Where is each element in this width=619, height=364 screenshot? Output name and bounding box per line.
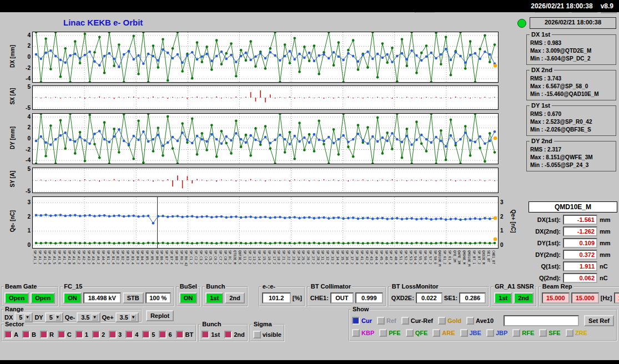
checkbox-icon	[92, 331, 100, 338]
bpm-name-label: SP_13_2	[253, 250, 256, 264]
stat-box: DX 1stRMS : 0.983Max : 3.009@QTD2E_MMin …	[526, 34, 616, 65]
busel-on-button[interactable]: ON	[179, 292, 198, 304]
bpm-name-label: SP_R0_2	[180, 250, 184, 264]
show-checkbox-kbp[interactable]: KBP	[352, 329, 374, 337]
chevron-down-icon: ▾	[55, 314, 61, 321]
sector-label: Sector	[4, 321, 25, 327]
show-checkbox-pfe[interactable]: PFE	[379, 329, 400, 337]
busel-label: BuSel	[179, 283, 198, 290]
bpm-name-label: SP_B3_4	[131, 250, 135, 264]
show-checkbox-zre[interactable]: ZRE	[566, 329, 587, 337]
bpm-name-label: SP_C5_2	[209, 250, 213, 264]
sector-checkbox-3[interactable]: 3	[109, 331, 122, 338]
beam-gate-group: Beam Gate Open Open	[1, 286, 58, 307]
range-qep-select[interactable]: 3.5▾	[115, 312, 139, 322]
sector-checkbox-bt[interactable]: BT	[176, 331, 194, 338]
sigma-label: Sigma	[253, 321, 273, 327]
bpm-name-label: SP_26_2	[306, 250, 310, 264]
show-checkbox-cur[interactable]: Cur	[352, 317, 372, 325]
show-checkbox-ref[interactable]: Ref	[377, 317, 396, 325]
app-window: 2026/02/21 18:00:38 v8.9 Linac KEKB e- O…	[0, 0, 619, 364]
q-ytick: 1	[18, 228, 31, 234]
sigma-visible-checkbox[interactable]: visible	[253, 331, 281, 338]
fc15-percent-field: 100 %	[145, 292, 171, 304]
bpm-name-label: SP_B5_4	[150, 250, 154, 264]
bpm-name-label: SP_53_2	[409, 250, 413, 264]
se1-field: 0.286	[459, 292, 486, 304]
monitor-readouts: DX(1st):-1.561mmDX(2nd):-1.262mmDY(1st):…	[529, 215, 617, 283]
sector-checkbox-a[interactable]: A	[4, 331, 18, 338]
dx-axis-label: DX [mm]	[9, 37, 16, 77]
range-qem-select[interactable]: 3.5▾	[77, 312, 100, 322]
show-checkbox-are[interactable]: ARE	[432, 329, 455, 337]
beam-gate-open-button-2[interactable]: Open	[31, 292, 55, 304]
sector-checkbox-6[interactable]: 6	[159, 331, 172, 338]
sector-checkbox-b[interactable]: B	[22, 331, 36, 338]
bpm-name-label: SP_21_2	[282, 250, 286, 264]
bunch-2nd-button[interactable]: 2nd	[225, 292, 245, 304]
beam-gate-open-button-1[interactable]: Open	[4, 292, 29, 304]
gr-a1-1st-button[interactable]: 1st	[494, 292, 512, 304]
show-checkbox-gold[interactable]: Gold	[438, 317, 461, 325]
show-checkbox-jbe[interactable]: JBE	[460, 329, 481, 337]
checkbox-label: BT	[185, 331, 194, 338]
bpm-name-label: QFE_2M	[453, 250, 457, 262]
sector-checkbox-1[interactable]: 1	[76, 331, 88, 338]
checkbox-label: QFE	[415, 330, 428, 336]
orbit-statistics: DX 1stRMS : 0.983Max : 3.009@QTD2E_MMin …	[526, 34, 616, 176]
bpm-name-label: CHE1_BT	[492, 250, 496, 264]
bpm-name-label: SP_B3_2	[126, 250, 130, 264]
checkbox-icon	[125, 331, 133, 338]
set-ref-button[interactable]: Set Ref	[584, 315, 614, 326]
sector-checkbox-2[interactable]: 2	[92, 331, 105, 338]
checkbox-icon	[379, 329, 387, 337]
show-checkbox-sfe[interactable]: SFE	[539, 329, 560, 337]
show-checkbox-qfe[interactable]: QFE	[406, 329, 428, 337]
ref-file-input[interactable]	[504, 315, 579, 326]
che1-state-field: OUT	[330, 292, 354, 304]
range-dy-select[interactable]: 5▾	[45, 312, 63, 322]
fc15-label: FC_15	[63, 283, 83, 290]
bunch-checkbox-2nd[interactable]: 2nd	[224, 331, 245, 338]
replot-button[interactable]: Replot	[146, 310, 174, 321]
monitor-row-label: Q(1st):	[529, 263, 561, 270]
sector-checkbox-5[interactable]: 5	[142, 331, 155, 338]
selected-monitor-panel: QMD10E_M DX(1st):-1.561mmDX(2nd):-1.262m…	[529, 201, 617, 285]
bpm-name-label: SP_54_4	[414, 250, 417, 264]
monitor-row: Q(1st):1.911nC	[529, 261, 617, 271]
sector-checkbox-c[interactable]: C	[58, 331, 72, 338]
checkbox-icon	[202, 331, 209, 338]
che1-label: CHE1:	[310, 295, 329, 301]
dx-ytick: -2	[18, 65, 31, 71]
bpm-name-label: SP_58_0	[434, 250, 437, 264]
fc15-on-button[interactable]: ON	[63, 292, 82, 304]
stat-line: RMS : 0.983	[530, 39, 613, 47]
show-row-regions: KBPPFEQFEAREJBEJBPRFESFEZRE	[352, 327, 614, 339]
checkbox-icon	[352, 317, 360, 325]
monitor-row-value: -1.561	[563, 215, 597, 225]
bpm-name-label: SP_B1_4	[112, 250, 115, 264]
bunch-checkbox-1st[interactable]: 1st	[202, 331, 220, 338]
bpm-name-label: QTD2E_M	[233, 250, 237, 264]
sector-checkbox-r[interactable]: R	[40, 331, 54, 338]
bpm-name-label: SP_A1_8	[68, 250, 72, 264]
checkbox-label: 2	[102, 331, 105, 338]
qe-plus-axis-label: Qe+ [nC]	[510, 201, 516, 241]
gr-a1-2nd-button[interactable]: 2nd	[514, 292, 534, 304]
monitor-row-value: 1.911	[563, 261, 597, 271]
show-checkbox-rfe[interactable]: RFE	[512, 329, 534, 337]
monitor-row-unit: nC	[600, 263, 608, 270]
show-checkbox-jbp[interactable]: JBP	[486, 329, 507, 337]
bpm-name-label: SP_52_4	[404, 250, 408, 264]
show-checkbox-cur-ref[interactable]: Cur-Ref	[401, 317, 433, 325]
bunch-1st-button[interactable]: 1st	[205, 292, 223, 304]
show-checkbox-ave10[interactable]: Ave10	[466, 317, 494, 325]
checkbox-label: PFE	[389, 330, 400, 336]
dy-ytick: -2	[18, 146, 31, 153]
fc15-stb-button[interactable]: STB	[123, 292, 144, 304]
checkbox-icon	[566, 329, 573, 337]
qe-minus-axis-label: Qe- [nC]	[9, 201, 16, 241]
dy-axis-label: DY [mm]	[9, 118, 16, 158]
checkbox-icon	[58, 331, 66, 338]
sector-checkbox-4[interactable]: 4	[125, 331, 138, 338]
